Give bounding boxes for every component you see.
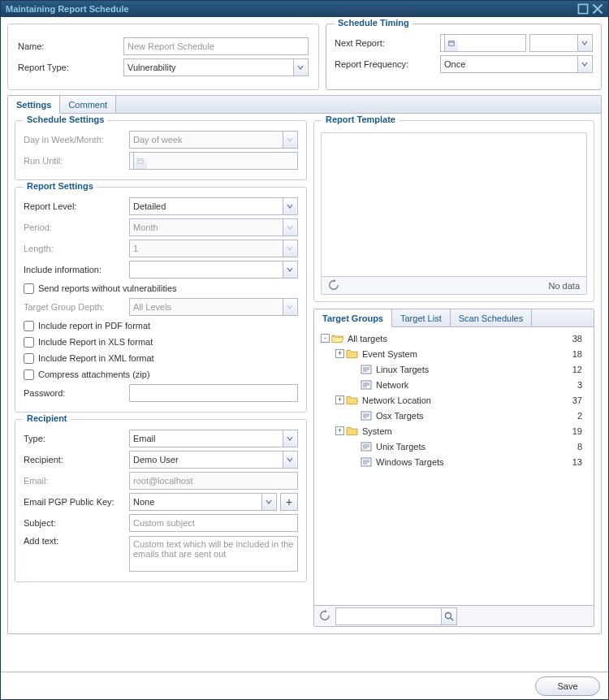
password-input[interactable] (129, 384, 298, 402)
tab-scan-schedules[interactable]: Scan Schedules (451, 309, 533, 326)
recipient-select[interactable]: Demo User (129, 451, 298, 469)
schedule-settings-panel: Schedule Settings Day in Week/Month: Day… (15, 120, 307, 180)
period-select: Month (129, 218, 298, 236)
tree-row[interactable]: Windows Targets13 (319, 454, 589, 469)
tree-search-input[interactable] (335, 607, 441, 625)
tree-count: 19 (572, 426, 589, 436)
target-tree[interactable]: -All targets38+Event System18Linux Targe… (314, 327, 594, 605)
tree-count: 2 (577, 411, 589, 421)
xls-checkbox[interactable] (24, 337, 34, 348)
svg-line-26 (451, 618, 453, 620)
maximize-icon[interactable] (577, 3, 589, 15)
close-icon[interactable] (592, 3, 603, 15)
collapse-icon[interactable]: - (321, 334, 330, 343)
send-without-vuln-checkbox[interactable] (24, 283, 34, 294)
report-settings-legend: Report Settings (24, 181, 97, 191)
list-icon (361, 380, 372, 390)
report-settings-panel: Report Settings Report Level: Detailed P… (15, 187, 307, 413)
tg-depth-select: All Levels (129, 298, 298, 316)
report-level-label: Report Level: (24, 201, 129, 211)
next-report-time[interactable] (529, 34, 593, 52)
svg-rect-0 (578, 4, 587, 13)
svg-rect-3 (138, 159, 143, 164)
tree-count: 13 (572, 457, 589, 467)
send-without-vuln-label: Send reports without vulnerabilities (38, 283, 177, 293)
recipient-label: Recipient: (24, 455, 129, 465)
folder-icon (346, 348, 358, 359)
report-type-label: Report Type: (18, 63, 123, 72)
recipient-type-select[interactable]: Email (129, 430, 298, 447)
footer: Save (1, 672, 608, 699)
chevron-down-icon (577, 35, 591, 51)
tree-count: 37 (572, 395, 589, 405)
search-button[interactable] (441, 607, 457, 625)
tree-row[interactable]: Osx Targets2 (319, 408, 589, 423)
tree-row[interactable]: Unix Targets8 (319, 439, 589, 454)
chevron-down-icon (283, 132, 296, 148)
list-icon (361, 411, 372, 421)
recipient-legend: Recipient (24, 413, 71, 423)
length-label: Length: (24, 244, 129, 253)
tab-target-groups[interactable]: Target Groups (314, 309, 392, 327)
chevron-down-icon (283, 299, 296, 315)
expand-icon[interactable]: + (335, 426, 344, 435)
include-info-label: Include information: (24, 265, 129, 274)
tree-label: Network (376, 380, 408, 390)
tree-row[interactable]: Network3 (319, 377, 589, 392)
folder-icon (346, 426, 358, 436)
zip-checkbox[interactable] (24, 369, 34, 380)
add-pgp-button[interactable]: + (280, 493, 298, 511)
chevron-down-icon (261, 494, 275, 510)
tree-label: All targets (348, 334, 387, 344)
tree-count: 3 (577, 380, 589, 390)
tree-row[interactable]: Linux Targets12 (319, 361, 589, 377)
refresh-icon[interactable] (319, 610, 330, 623)
include-info-select[interactable] (129, 261, 298, 279)
report-type-select[interactable]: Vulnerability (123, 58, 309, 76)
frequency-select[interactable]: Once (440, 55, 593, 73)
name-label: Name: (18, 41, 123, 51)
tree-row[interactable]: +System19 (319, 423, 589, 439)
list-icon (361, 442, 372, 452)
list-icon (361, 365, 372, 374)
run-until-date (129, 152, 298, 170)
tab-comment[interactable]: Comment (60, 96, 116, 113)
template-nodata: No data (548, 281, 580, 291)
tree-count: 12 (572, 365, 589, 374)
schedule-timing-panel: Schedule Timing Next Report: (326, 24, 602, 90)
xml-checkbox[interactable] (24, 353, 34, 364)
subject-input[interactable] (129, 514, 298, 532)
addtext-input[interactable] (129, 536, 298, 572)
tab-target-list[interactable]: Target List (392, 309, 451, 326)
day-select: Day of week (129, 131, 298, 149)
tree-label: Osx Targets (376, 411, 424, 421)
tree-label: Windows Targets (376, 457, 444, 467)
schedule-timing-legend: Schedule Timing (335, 18, 412, 28)
tree-row[interactable]: +Event System18 (319, 346, 589, 361)
chevron-down-icon (577, 56, 591, 72)
day-label: Day in Week/Month: (24, 135, 129, 145)
refresh-icon[interactable] (328, 279, 339, 292)
chevron-down-icon (283, 261, 296, 278)
tree-label: Network Location (362, 395, 431, 405)
tree-label: Unix Targets (376, 442, 425, 452)
pgp-select[interactable]: None (129, 493, 277, 511)
expand-icon[interactable]: + (335, 395, 344, 404)
pdf-checkbox[interactable] (24, 321, 34, 331)
basic-info-panel: Name: Report Type: Vulnerability (7, 24, 319, 90)
tree-row[interactable]: +Network Location37 (319, 392, 589, 408)
chevron-down-icon (283, 240, 296, 257)
tree-row[interactable]: -All targets38 (319, 331, 589, 346)
name-input[interactable] (123, 37, 309, 55)
report-level-select[interactable]: Detailed (129, 197, 298, 215)
next-report-date[interactable] (440, 34, 526, 52)
chevron-down-icon (283, 219, 296, 235)
expand-icon[interactable]: + (335, 349, 344, 358)
chevron-down-icon (283, 452, 296, 468)
chevron-down-icon (283, 198, 296, 214)
addtext-label: Add text: (24, 536, 129, 546)
tree-count: 8 (577, 442, 589, 452)
save-button[interactable]: Save (535, 676, 600, 696)
tab-settings[interactable]: Settings (8, 96, 60, 114)
frequency-label: Report Frequency: (335, 59, 440, 69)
